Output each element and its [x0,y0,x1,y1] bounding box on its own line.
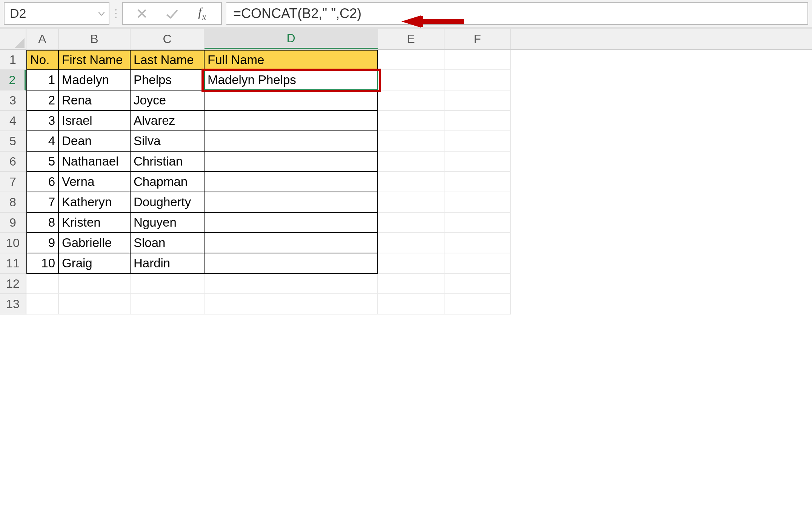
cell-B6[interactable]: Nathanael [59,152,131,172]
cell-C1[interactable]: Last Name [131,50,205,70]
row-header-2[interactable]: 2 [0,70,26,91]
cell-E4[interactable] [378,111,444,131]
cell-B11[interactable]: Graig [59,253,131,274]
cell-A5[interactable]: 4 [26,131,59,152]
cell-D2[interactable]: Madelyn Phelps [205,70,378,91]
cell-C11[interactable]: Hardin [131,253,205,274]
cell-F8[interactable] [444,192,511,213]
cell-D1[interactable]: Full Name [205,50,378,70]
row-header-10[interactable]: 10 [0,233,26,253]
cell-E6[interactable] [378,152,444,172]
cell-E5[interactable] [378,131,444,152]
cell-A12[interactable] [26,274,59,294]
cell-E3[interactable] [378,91,444,111]
cell-E7[interactable] [378,172,444,192]
column-header-B[interactable]: B [59,29,131,49]
cell-A7[interactable]: 6 [26,172,59,192]
cell-D5[interactable] [205,131,378,152]
cell-E1[interactable] [378,50,444,70]
cell-D6[interactable] [205,152,378,172]
cell-F7[interactable] [444,172,511,192]
fx-button[interactable]: fx [187,5,217,22]
cell-E8[interactable] [378,192,444,213]
cell-F6[interactable] [444,152,511,172]
row-header-9[interactable]: 9 [0,213,26,233]
cell-F1[interactable] [444,50,511,70]
cell-F12[interactable] [444,274,511,294]
cell-B12[interactable] [59,274,131,294]
cell-E2[interactable] [378,70,444,91]
cell-D11[interactable] [205,253,378,274]
row-header-13[interactable]: 13 [0,294,26,314]
cell-A9[interactable]: 8 [26,213,59,233]
cell-E9[interactable] [378,213,444,233]
cell-B10[interactable]: Gabrielle [59,233,131,253]
cell-C12[interactable] [131,274,205,294]
column-header-C[interactable]: C [131,29,205,49]
row-header-3[interactable]: 3 [0,91,26,111]
cell-F5[interactable] [444,131,511,152]
cell-E13[interactable] [378,294,444,314]
cell-C6[interactable]: Christian [131,152,205,172]
cell-E12[interactable] [378,274,444,294]
formula-input[interactable]: =CONCAT(B2," ",C2) [226,2,808,25]
cell-D9[interactable] [205,213,378,233]
cell-F3[interactable] [444,91,511,111]
cell-C8[interactable]: Dougherty [131,192,205,213]
cell-A8[interactable]: 7 [26,192,59,213]
cell-B7[interactable]: Verna [59,172,131,192]
row-header-12[interactable]: 12 [0,274,26,294]
cell-E10[interactable] [378,233,444,253]
row-header-8[interactable]: 8 [0,192,26,213]
cell-B5[interactable]: Dean [59,131,131,152]
row-header-1[interactable]: 1 [0,50,26,70]
cell-A4[interactable]: 3 [26,111,59,131]
cell-B1[interactable]: First Name [59,50,131,70]
cell-D3[interactable] [205,91,378,111]
cell-B3[interactable]: Rena [59,91,131,111]
cell-C5[interactable]: Silva [131,131,205,152]
cell-D13[interactable] [205,294,378,314]
row-header-7[interactable]: 7 [0,172,26,192]
cell-grid[interactable]: No. First Name Last Name Full Name 1 Mad… [26,50,812,314]
cell-C7[interactable]: Chapman [131,172,205,192]
cell-C13[interactable] [131,294,205,314]
row-header-11[interactable]: 11 [0,253,26,274]
cell-C4[interactable]: Alvarez [131,111,205,131]
cell-E11[interactable] [378,253,444,274]
cell-C9[interactable]: Nguyen [131,213,205,233]
cell-A1[interactable]: No. [26,50,59,70]
cell-A13[interactable] [26,294,59,314]
cell-B2[interactable]: Madelyn [59,70,131,91]
row-header-5[interactable]: 5 [0,131,26,152]
cell-B13[interactable] [59,294,131,314]
column-header-A[interactable]: A [26,29,59,49]
name-box-dropdown-icon[interactable] [97,9,106,18]
cell-A11[interactable]: 10 [26,253,59,274]
cell-D12[interactable] [205,274,378,294]
cancel-icon[interactable] [127,8,157,19]
column-header-E[interactable]: E [378,29,444,49]
cell-C3[interactable]: Joyce [131,91,205,111]
row-header-4[interactable]: 4 [0,111,26,131]
cell-F13[interactable] [444,294,511,314]
cell-A6[interactable]: 5 [26,152,59,172]
select-all-corner[interactable] [0,29,26,50]
enter-icon[interactable] [157,8,187,19]
cell-B9[interactable]: Kristen [59,213,131,233]
cell-B8[interactable]: Katheryn [59,192,131,213]
cell-A10[interactable]: 9 [26,233,59,253]
row-header-6[interactable]: 6 [0,152,26,172]
cell-F4[interactable] [444,111,511,131]
cell-A2[interactable]: 1 [26,70,59,91]
cell-D8[interactable] [205,192,378,213]
column-header-F[interactable]: F [444,29,511,49]
cell-D4[interactable] [205,111,378,131]
cell-B4[interactable]: Israel [59,111,131,131]
name-box[interactable]: D2 [4,2,109,25]
cell-C2[interactable]: Phelps [131,70,205,91]
cell-A3[interactable]: 2 [26,91,59,111]
cell-D7[interactable] [205,172,378,192]
column-header-D[interactable]: D [205,29,378,49]
cell-F9[interactable] [444,213,511,233]
